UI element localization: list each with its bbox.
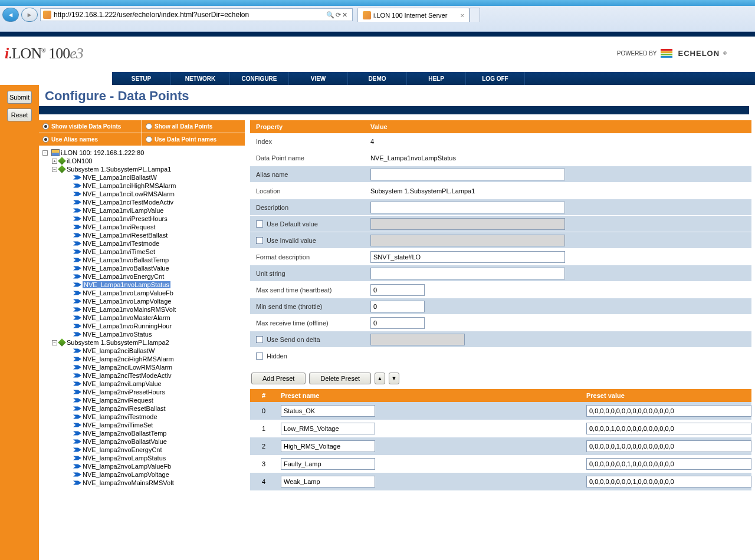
tree-root[interactable]: − i.LON 100: 192.168.1.222:80 [39,149,245,157]
minsend-input[interactable] [370,301,425,312]
submit-button[interactable]: Submit [7,91,32,104]
tree-dp[interactable]: NVE_lampa2nciHighRMSAlarm [39,355,245,363]
preset-value-input[interactable] [586,458,751,470]
menu-demo[interactable]: DEMO [348,72,407,85]
tree-dp[interactable]: NVE_Lampa1nvoMasterAlarm [39,314,245,322]
tree-dp[interactable]: NVE_lampa2nviResetBallast [39,404,245,413]
tree-dp[interactable]: NVE_lampa2nvoBallastValue [39,437,245,446]
preset-name-input[interactable] [281,423,375,434]
preset-value-input[interactable] [586,476,751,487]
maxrecv-input[interactable] [370,317,425,329]
back-button[interactable]: ◄ [2,8,19,22]
tree-dp[interactable]: NVE_lampa2nviRequest [39,396,245,404]
tree-dp[interactable]: NVE_lampa2nciTestModeActiv [39,371,245,380]
add-preset-button[interactable]: Add Preset [251,373,306,384]
tree-dp[interactable]: NVE_Lampa1nciHighRMSAlarm [39,182,245,190]
tree-dp[interactable]: NVE_lampa2nvoEnergyCnt [39,446,245,454]
preset-up-button[interactable]: ▲ [375,373,385,384]
unit-input[interactable] [370,268,565,279]
prop-hidden-label[interactable]: Hidden [250,353,368,360]
tree-subsystem-2[interactable]: − Subsystem 1.SubsystemPL.lampa2 [39,338,245,347]
tree[interactable]: − i.LON 100: 192.168.1.222:80+ iLON100− … [39,146,245,560]
tree-dp[interactable]: NVE_Lampa1nvoLampStatus [39,281,245,289]
url-input[interactable] [54,11,321,19]
tree-device[interactable]: + iLON100 [39,157,245,165]
preset-name-input[interactable] [281,440,375,452]
reset-button[interactable]: Reset [7,108,32,121]
tree-dp[interactable]: NVE_Lampa1nviTestmode [39,239,245,248]
stop-icon[interactable]: ✕ [342,11,347,19]
tree-dp[interactable]: NVE_Lampa1nvoStatus [39,330,245,338]
toggle-use-alias[interactable]: Use Alias names [39,133,142,146]
tree-dp[interactable]: NVE_Lampa1nvoMainsRMSVolt [39,305,245,314]
delete-preset-button[interactable]: Delete Preset [309,373,371,384]
tree-dp[interactable]: NVE_lampa2nviTestmode [39,413,245,421]
prop-senddelta-label[interactable]: Use Send on delta [250,336,368,343]
menu-network[interactable]: NETWORK [171,72,230,85]
close-tab-icon[interactable]: × [461,12,464,19]
tree-dp[interactable]: NVE_Lampa1nciBallastW [39,173,245,182]
preset-value-input[interactable] [586,440,751,452]
prop-use-invalid-label[interactable]: Use Invalid value [250,237,368,244]
tree-dp[interactable]: NVE_Lampa1nviLampValue [39,206,245,215]
maxsend-input[interactable] [370,284,425,296]
new-tab-button[interactable] [470,8,480,22]
senddelta-checkbox[interactable] [256,336,263,343]
menu-help[interactable]: HELP [407,72,466,85]
tree-dp[interactable]: NVE_lampa2nviTimeSet [39,421,245,429]
browser-tab[interactable]: i.LON 100 Internet Server × [357,8,470,22]
preset-down-button[interactable]: ▼ [389,373,399,384]
tree-dp[interactable]: NVE_Lampa1nvoRunningHour [39,322,245,330]
toggle-show-visible[interactable]: Show visible Data Points [39,120,142,133]
collapse-icon[interactable]: − [42,150,48,156]
collapse-icon[interactable]: − [52,167,57,172]
refresh-icon[interactable]: ⟳ [336,11,341,19]
tree-dp[interactable]: NVE_lampa2nviPresetHours [39,388,245,396]
address-bar[interactable]: 🔍 ⟳ ✕ [40,8,353,21]
tree-dp[interactable]: NVE_Lampa1nviRequest [39,223,245,231]
menu-log-off[interactable]: LOG OFF [466,72,525,85]
menu-view[interactable]: VIEW [289,72,348,85]
format-input[interactable] [370,251,565,263]
use-default-checkbox[interactable] [256,220,263,228]
toggle-show-all[interactable]: Show all Data Points [142,120,245,133]
tree-subsystem-1[interactable]: − Subsystem 1.SubsystemPL.Lampa1 [39,165,245,173]
toggle-use-dp-names[interactable]: Use Data Point names [142,133,245,146]
menu-configure[interactable]: CONFIGURE [230,72,289,85]
tree-dp[interactable]: NVE_Lampa1nvoEnergyCnt [39,272,245,281]
tree-dp[interactable]: NVE_Lampa1nvoBallastTemp [39,256,245,264]
splitter[interactable] [245,120,250,560]
tree-dp[interactable]: NVE_lampa2nvoLampValueFb [39,462,245,470]
collapse-icon[interactable]: − [52,340,57,345]
prop-use-default-label[interactable]: Use Default value [250,220,368,228]
tree-dp[interactable]: NVE_lampa2nciLowRMSAlarm [39,363,245,371]
description-input[interactable] [370,202,565,213]
tree-dp[interactable]: NVE_Lampa1nciLowRMSAlarm [39,190,245,198]
tree-dp[interactable]: NVE_Lampa1nvoLampValueFb [39,289,245,297]
alias-input[interactable] [370,169,565,180]
forward-button[interactable]: ► [21,8,38,22]
preset-value-input[interactable] [586,423,751,434]
tree-dp[interactable]: NVE_Lampa1nciTestModeActiv [39,198,245,206]
expand-icon[interactable]: + [52,159,57,164]
tree-dp[interactable]: NVE_lampa2nciBallastW [39,347,245,355]
tree-dp[interactable]: NVE_Lampa1nviResetBallast [39,231,245,239]
preset-name-input[interactable] [281,476,375,487]
svg-marker-0 [73,176,81,180]
tree-dp[interactable]: NVE_lampa2nviLampValue [39,380,245,388]
tree-dp[interactable]: NVE_lampa2nvoLampVoltage [39,470,245,479]
tree-dp[interactable]: NVE_lampa2nvoBallastTemp [39,429,245,437]
preset-name-input[interactable] [281,405,375,417]
tree-dp[interactable]: NVE_lampa2nvoLampStatus [39,454,245,462]
tree-dp[interactable]: NVE_Lampa1nvoLampVoltage [39,297,245,305]
menu-setup[interactable]: SETUP [112,72,171,85]
preset-name-input[interactable] [281,458,375,470]
preset-value-input[interactable] [586,405,751,417]
tree-dp[interactable]: NVE_Lampa1nvoBallastValue [39,264,245,272]
search-icon[interactable]: 🔍 [326,11,334,19]
hidden-checkbox[interactable] [256,353,263,360]
tree-dp[interactable]: NVE_Lampa1nviPresetHours [39,215,245,223]
tree-dp[interactable]: NVE_Lampa1nviTimeSet [39,248,245,256]
use-invalid-checkbox[interactable] [256,237,263,244]
tree-dp[interactable]: NVE_lampa2nvoMainsRMSVolt [39,479,245,487]
